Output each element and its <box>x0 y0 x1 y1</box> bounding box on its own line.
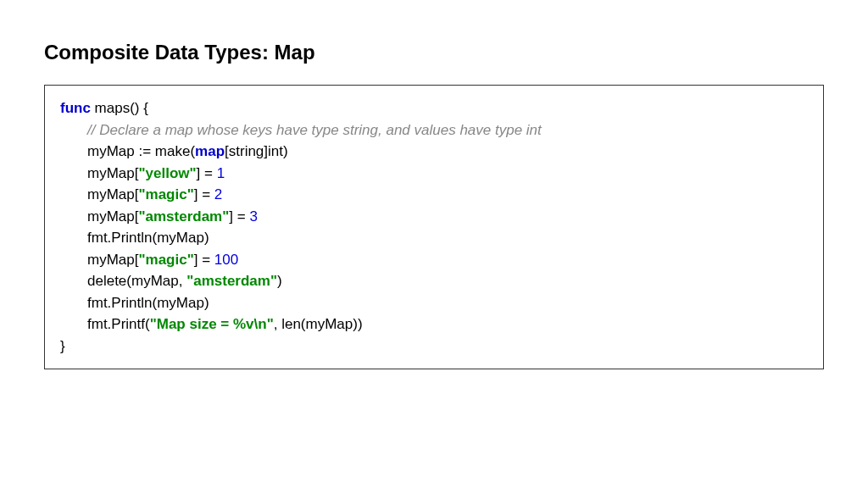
code-number: 3 <box>249 208 257 225</box>
code-text: myMap[ <box>87 252 138 268</box>
code-text: ] = <box>194 252 214 268</box>
code-text: delete(myMap, <box>87 273 186 289</box>
code-line: myMap["magic"] = 100 <box>60 249 808 271</box>
code-string: "amsterdam" <box>138 208 229 225</box>
code-text: fmt.Println(myMap) <box>87 230 209 246</box>
code-text: ] = <box>197 165 217 181</box>
code-string: "magic" <box>138 252 193 268</box>
code-line: myMap["magic"] = 2 <box>60 184 808 206</box>
code-string: "yellow" <box>138 165 196 181</box>
code-text: myMap[ <box>87 208 138 225</box>
keyword-map: map <box>195 143 225 159</box>
code-comment: // Declare a map whose keys have type st… <box>87 122 542 138</box>
code-line: func maps() { <box>60 97 808 119</box>
code-number: 2 <box>214 186 222 202</box>
code-line: myMap["amsterdam"] = 3 <box>60 206 808 228</box>
code-text: } <box>60 338 65 354</box>
code-text: ) <box>277 273 282 289</box>
code-line: myMap := make(map[string]int) <box>60 141 808 163</box>
code-number: 100 <box>214 252 238 268</box>
code-text: maps() { <box>91 100 148 116</box>
code-line: delete(myMap, "amsterdam") <box>60 270 808 292</box>
slide-title: Composite Data Types: Map <box>44 41 824 64</box>
code-text: , len(myMap)) <box>274 316 363 332</box>
code-string: "amsterdam" <box>186 273 277 289</box>
code-line: fmt.Println(myMap) <box>60 292 808 314</box>
code-text: ] = <box>229 208 249 225</box>
code-text: [string]int) <box>225 143 288 159</box>
code-text: myMap[ <box>87 186 138 202</box>
code-line: fmt.Println(myMap) <box>60 227 808 249</box>
code-line: } <box>60 336 808 358</box>
code-text: myMap := make( <box>87 143 195 159</box>
code-text: myMap[ <box>87 165 138 181</box>
code-line: myMap["yellow"] = 1 <box>60 163 808 185</box>
code-text: fmt.Println(myMap) <box>87 295 209 311</box>
code-string: "magic" <box>138 186 193 202</box>
code-block: func maps() { // Declare a map whose key… <box>44 85 824 369</box>
code-line: // Declare a map whose keys have type st… <box>60 119 808 141</box>
code-number: 1 <box>217 165 225 181</box>
code-text: fmt.Printf( <box>87 316 150 332</box>
code-string: "Map size = %v\n" <box>150 316 274 332</box>
code-text: ] = <box>194 186 214 202</box>
code-line: fmt.Printf("Map size = %v\n", len(myMap)… <box>60 313 808 336</box>
keyword-func: func <box>60 100 91 116</box>
